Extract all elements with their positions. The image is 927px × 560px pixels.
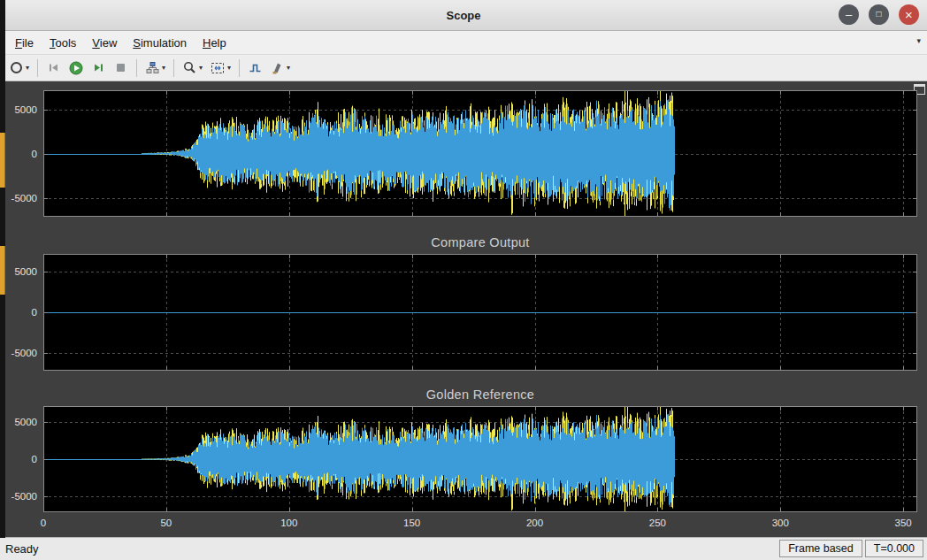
y-tick-label: 0 [0,306,37,318]
zoom-icon [182,60,197,75]
toolbar-separator [136,59,137,77]
toolbar-separator [173,59,174,77]
highlight-button[interactable]: ▾ [266,57,294,79]
compare-output-title: Compare Output [43,235,917,249]
step-back-icon [46,60,61,75]
dropdown-arrow-icon: ▾ [26,64,29,72]
step-forward-button[interactable] [88,57,110,79]
x-tick-label: 250 [635,517,679,529]
y-tick-label: 0 [0,453,37,465]
dropdown-arrow-icon: ▾ [287,64,290,72]
menu-tools[interactable]: Tools [42,34,84,52]
simulation-stepping-options-button[interactable]: ▾ [142,57,169,79]
frame-mode-indicator: Frame based [779,540,862,557]
compare-output-axes[interactable] [43,254,917,371]
window-title: Scope [446,9,480,22]
status-right: Frame based T=0.000 [779,540,923,557]
background-window-strip [0,133,5,188]
y-tick-label: -5000 [0,192,37,204]
toolbar-separator [37,59,38,77]
span-view-icon [210,60,226,76]
x-tick-label: 300 [758,517,802,529]
stop-button[interactable] [110,57,132,79]
step-forward-icon [91,60,106,75]
toolbar-separator [239,59,240,77]
menu-simulation[interactable]: Simulation [125,34,195,52]
menubar: File Tools View Simulation Help ▾ [0,31,927,55]
run-button[interactable] [65,57,88,79]
titlebar: Scope – □ × [0,0,927,31]
highlight-icon [270,60,285,75]
x-tick-label: 50 [144,517,188,529]
statusbar: Ready Frame based T=0.000 [0,537,927,560]
status-ready: Ready [5,542,39,556]
x-tick-label: 100 [267,517,311,529]
y-tick-label: 5000 [0,104,37,116]
minimize-icon: – [846,9,852,20]
output-axes[interactable] [43,90,917,217]
toolbar: ▾ ▾ ▾ ▾ [0,55,927,81]
y-tick-label: -5000 [0,347,37,359]
window-controls: – □ × [839,4,919,25]
trigger-button[interactable] [244,57,266,79]
maximize-button[interactable]: □ [869,4,889,25]
golden-reference-axes[interactable] [43,406,917,512]
dropdown-arrow-icon: ▾ [227,64,231,72]
dropdown-arrow-icon: ▾ [162,64,165,72]
close-icon: × [905,8,913,21]
y-tick-label: 5000 [0,416,37,428]
golden-reference-title: Golden Reference [43,387,917,402]
y-tick-label: -5000 [0,490,37,502]
scope-window: Scope – □ × File Tools View Simulation H… [0,0,927,560]
background-window-strip [0,246,5,295]
sim-time-indicator: T=0.000 [865,540,923,557]
scope-parameters-icon [9,60,24,75]
menu-help[interactable]: Help [195,34,234,52]
scope-area: Compare Output Golden Reference 50000-50… [0,81,927,537]
run-icon [68,60,84,76]
y-tick-label: 0 [0,148,37,160]
background-window-edge [0,0,5,538]
span-view-button[interactable]: ▾ [206,57,234,79]
x-tick-label: 200 [513,517,557,529]
simulation-stepping-options-icon [145,60,160,75]
menu-file[interactable]: File [7,34,42,52]
x-tick-label: 0 [21,517,65,529]
trigger-icon [248,60,263,75]
menubar-collapse-chevron-icon[interactable]: ▾ [916,36,921,45]
minimize-button[interactable]: – [839,4,859,25]
close-button[interactable]: × [899,4,919,25]
dropdown-arrow-icon: ▾ [199,64,203,72]
step-back-button[interactable] [42,57,65,79]
x-tick-label: 150 [390,517,434,529]
menu-view[interactable]: View [84,34,125,52]
x-tick-label: 350 [881,517,925,529]
zoom-button[interactable]: ▾ [179,57,206,79]
maximize-icon: □ [876,10,881,19]
y-tick-label: 5000 [0,265,37,278]
scope-parameters-button[interactable]: ▾ [5,57,33,79]
stop-icon [113,60,128,75]
